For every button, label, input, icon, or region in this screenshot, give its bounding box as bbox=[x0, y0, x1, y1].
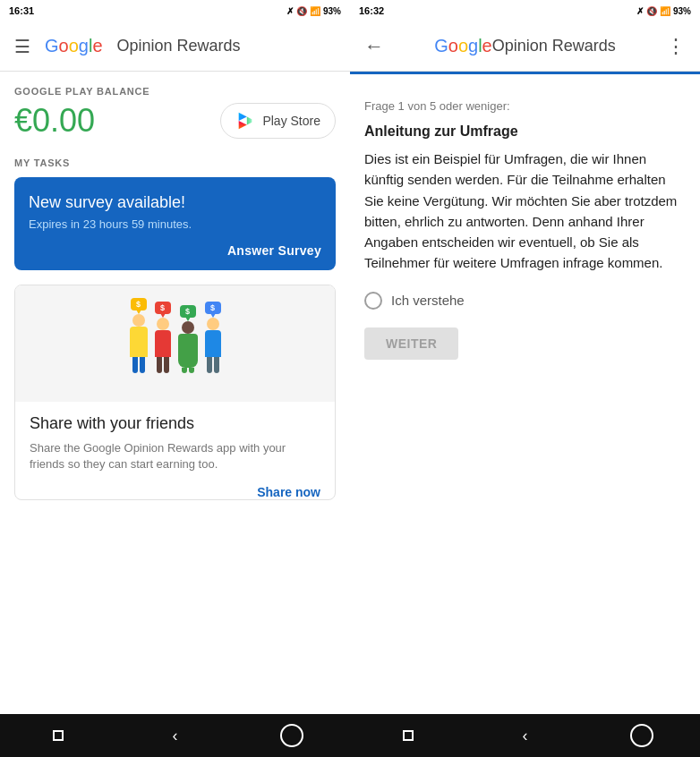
battery-text: 93% bbox=[323, 6, 341, 16]
right-time: 16:32 bbox=[359, 5, 384, 16]
bubble-2: $ bbox=[155, 302, 171, 314]
right-status-bar: 16:32 ✗ 🔇 📶 93% bbox=[350, 0, 700, 21]
left-panel: 16:31 ✗ 🔇 📶 93% ☰ Google Opinion Rewards… bbox=[0, 0, 350, 757]
share-now-button[interactable]: Share now bbox=[257, 485, 320, 499]
weiter-button[interactable]: WEITER bbox=[364, 327, 458, 360]
left-nav-home[interactable] bbox=[234, 724, 349, 747]
share-description: Share the Google Opinion Rewards app wit… bbox=[30, 440, 320, 472]
right-panel: 16:32 ✗ 🔇 📶 93% ← Google Opinion Rewards… bbox=[350, 0, 700, 757]
left-back-arrow-icon: ‹ bbox=[172, 727, 177, 745]
bluetooth-icon: ✗ bbox=[286, 6, 294, 16]
right-content: Frage 1 von 5 oder weniger: Anleitung zu… bbox=[350, 74, 700, 714]
left-nav-bar: ☰ Google Opinion Rewards bbox=[0, 21, 350, 72]
play-store-label: Play Store bbox=[262, 114, 320, 128]
more-options-button[interactable]: ⋮ bbox=[666, 35, 686, 58]
right-status-icons: ✗ 🔇 📶 93% bbox=[636, 6, 691, 16]
svg-marker-4 bbox=[247, 116, 252, 124]
back-button[interactable]: ← bbox=[364, 35, 384, 58]
google-logo: Google bbox=[45, 36, 103, 56]
survey-card-title: New survey available! bbox=[29, 193, 321, 212]
left-time: 16:31 bbox=[9, 5, 34, 16]
radio-label: Ich verstehe bbox=[391, 293, 465, 308]
right-bottom-nav: ‹ bbox=[350, 714, 700, 757]
right-nav-bar: ← Google Opinion Rewards ⋮ bbox=[350, 21, 700, 72]
bubble-3: $ bbox=[180, 305, 196, 318]
bubble-1: $ bbox=[131, 298, 147, 310]
person-1: $ bbox=[130, 314, 148, 373]
radio-circle bbox=[364, 292, 382, 310]
person-4: $ bbox=[205, 318, 221, 373]
balance-amount: €0.00 bbox=[14, 102, 95, 140]
svg-marker-0 bbox=[239, 113, 247, 121]
share-card-title: Share with your friends bbox=[30, 414, 320, 433]
left-nav-back[interactable]: ‹ bbox=[117, 727, 233, 745]
survey-card: New survey available! Expires in 23 hour… bbox=[14, 177, 336, 270]
left-app-title: Opinion Rewards bbox=[117, 37, 241, 55]
my-tasks-label: MY TASKS bbox=[14, 157, 336, 168]
survey-expiry: Expires in 23 hours 59 minutes. bbox=[29, 217, 321, 231]
share-illustration: $ $ bbox=[15, 285, 335, 402]
left-content: GOOGLE PLAY BALANCE €0.00 bbox=[0, 72, 350, 714]
people-group: $ $ bbox=[119, 303, 232, 384]
right-nav-square[interactable] bbox=[351, 730, 466, 741]
mute-icon: 🔇 bbox=[296, 6, 307, 16]
share-card-content: Share with your friends Share the Google… bbox=[15, 402, 335, 499]
play-store-icon bbox=[235, 111, 255, 131]
radio-option-ich-verstehe[interactable]: Ich verstehe bbox=[364, 292, 686, 310]
right-mute-icon: 🔇 bbox=[646, 6, 657, 16]
right-back-arrow-icon: ‹ bbox=[522, 727, 527, 745]
left-status-bar: 16:31 ✗ 🔇 📶 93% bbox=[0, 0, 350, 21]
survey-heading: Anleitung zur Umfrage bbox=[364, 123, 686, 140]
person-2: $ bbox=[155, 318, 171, 373]
question-progress: Frage 1 von 5 oder weniger: bbox=[364, 99, 686, 113]
right-nav-home[interactable] bbox=[584, 724, 699, 747]
survey-body-text: Dies ist ein Beispiel für Umfragen, die … bbox=[364, 149, 686, 274]
right-battery-text: 93% bbox=[673, 6, 691, 16]
left-nav-square[interactable] bbox=[1, 730, 116, 741]
left-bottom-nav: ‹ bbox=[0, 714, 350, 757]
balance-label: GOOGLE PLAY BALANCE bbox=[14, 86, 336, 97]
bubble-4: $ bbox=[205, 302, 221, 314]
svg-marker-1 bbox=[239, 121, 247, 129]
share-card: $ $ bbox=[14, 285, 336, 500]
person-3: $ bbox=[178, 321, 198, 373]
right-google-logo: Google bbox=[434, 36, 492, 56]
right-app-title: Opinion Rewards bbox=[492, 37, 616, 55]
play-store-button[interactable]: Play Store bbox=[220, 103, 336, 139]
right-nav-back[interactable]: ‹ bbox=[467, 727, 583, 745]
left-status-icons: ✗ 🔇 📶 93% bbox=[286, 6, 341, 16]
hamburger-icon[interactable]: ☰ bbox=[14, 36, 30, 57]
right-app-name: Google Opinion Rewards bbox=[434, 36, 616, 56]
wifi-icon: 📶 bbox=[310, 6, 320, 16]
balance-row: €0.00 bbox=[14, 102, 336, 140]
right-bluetooth-icon: ✗ bbox=[636, 6, 644, 16]
right-wifi-icon: 📶 bbox=[660, 6, 670, 16]
answer-survey-button[interactable]: Answer Survey bbox=[227, 243, 321, 258]
